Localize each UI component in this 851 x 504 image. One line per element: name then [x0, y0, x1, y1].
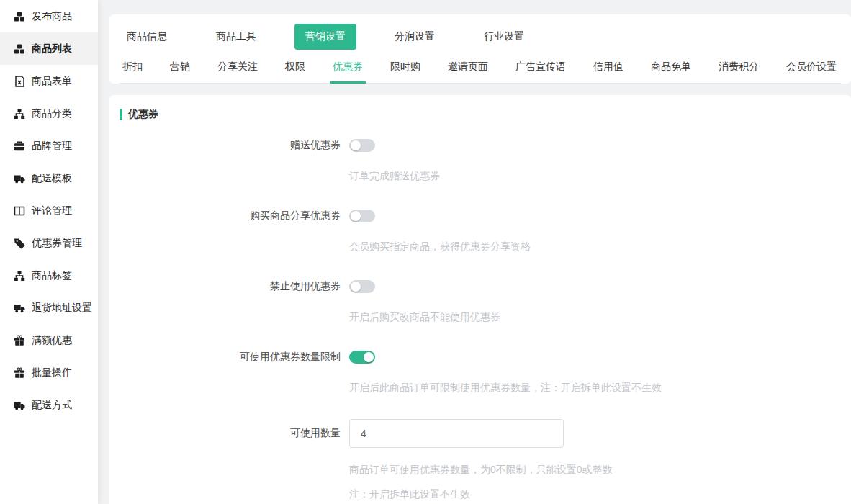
- form-control: [349, 210, 375, 222]
- form-control: [349, 351, 375, 364]
- form-row-main: 赠送优惠券: [109, 137, 851, 154]
- form-control: [349, 139, 375, 152]
- tab-4[interactable]: 分润设置: [384, 24, 446, 50]
- main-tabs: 商品信息商品工具营销设置分润设置行业设置: [109, 14, 851, 50]
- sidebar-item-label: 商品分类: [32, 107, 72, 120]
- sidebar-item[interactable]: 品牌管理: [0, 130, 98, 162]
- truck-icon: [14, 302, 25, 314]
- form-label: 禁止使用优惠券: [109, 280, 341, 293]
- tabs-card: 商品信息商品工具营销设置分润设置行业设置 折扣营销分享关注权限优惠券限时购邀请页…: [109, 14, 851, 84]
- sidebar-item[interactable]: 退货地址设置: [0, 292, 98, 324]
- form-row-main: 禁止使用优惠券: [109, 278, 851, 295]
- sidebar-item-label: 发布商品: [32, 10, 72, 23]
- section-header: 优惠券: [109, 95, 851, 121]
- form-help-text: 会员购买指定商品，获得优惠券分享资格: [349, 239, 851, 253]
- subtab-2[interactable]: 营销: [170, 60, 190, 83]
- subtab-8[interactable]: 广告宣传语: [515, 60, 566, 83]
- form-control: [349, 280, 375, 293]
- sidebar-item-label: 满额优惠: [32, 334, 72, 347]
- form-label: 赠送优惠券: [109, 139, 341, 152]
- toggle-switch-off[interactable]: [349, 210, 375, 222]
- form-help-line: 开启后购买改商品不能使用优惠券: [349, 310, 851, 324]
- subtab-5[interactable]: 优惠券: [333, 60, 363, 83]
- subtab-4[interactable]: 权限: [285, 60, 305, 83]
- subtab-1[interactable]: 折扣: [122, 60, 143, 83]
- gift-icon: [14, 335, 25, 346]
- section-accent-bar: [120, 109, 122, 120]
- cubes-icon: [14, 43, 25, 55]
- subtab-9[interactable]: 信用值: [593, 60, 623, 83]
- sidebar-item-label: 商品表单: [32, 75, 72, 88]
- form-help-line: 会员购买指定商品，获得优惠券分享资格: [349, 239, 851, 253]
- form-label: 可使用数量: [109, 427, 341, 440]
- sidebar-item[interactable]: 批量操作: [0, 356, 98, 389]
- main-area: 商品信息商品工具营销设置分润设置行业设置 折扣营销分享关注权限优惠券限时购邀请页…: [109, 0, 851, 504]
- tab-5[interactable]: 行业设置: [473, 24, 535, 50]
- form-row-main: 购买商品分享优惠券: [109, 207, 851, 225]
- truck-icon: [14, 173, 25, 184]
- section-title: 优惠券: [128, 108, 158, 121]
- form-help-line: 注：开启拆单此设置不生效: [349, 487, 851, 501]
- sidebar-item[interactable]: 商品表单: [0, 65, 98, 97]
- sidebar-item-label: 配送模板: [32, 172, 72, 185]
- form-help-line: 订单完成赠送优惠券: [349, 168, 851, 183]
- subtab-3[interactable]: 分享关注: [217, 60, 258, 83]
- sidebar-item-label: 商品标签: [32, 269, 72, 282]
- sidebar-item[interactable]: 商品标签: [0, 259, 98, 292]
- sidebar-item-label: 评论管理: [32, 204, 72, 217]
- subtab-11[interactable]: 消费积分: [719, 60, 759, 83]
- sidebar-item-label: 优惠券管理: [32, 237, 82, 250]
- tab-2[interactable]: 商品工具: [205, 24, 267, 50]
- sitemap-icon: [14, 108, 25, 120]
- subtab-10[interactable]: 商品免单: [651, 60, 691, 83]
- toggle-switch-on[interactable]: [349, 351, 375, 364]
- file-excel-icon: [14, 76, 25, 87]
- form-row-main: 可使用数量: [109, 419, 851, 448]
- sidebar-item-label: 配送方式: [32, 399, 72, 412]
- tab-3[interactable]: 营销设置: [294, 24, 356, 50]
- usable-quantity-input[interactable]: [349, 419, 564, 448]
- subtab-6[interactable]: 限时购: [390, 60, 420, 83]
- sidebar-item-label: 品牌管理: [32, 140, 72, 153]
- form-row: 可使用数量商品订单可使用优惠券数量，为0不限制，只能设置0或整数注：开启拆单此设…: [109, 419, 851, 501]
- sidebar-item[interactable]: 配送模板: [0, 162, 98, 194]
- sitemap-icon: [14, 270, 25, 282]
- sidebar-item[interactable]: 发布商品: [0, 0, 98, 32]
- sidebar-item[interactable]: 评论管理: [0, 194, 98, 227]
- subtab-7[interactable]: 邀请页面: [448, 60, 488, 83]
- form-row: 禁止使用优惠券开启后购买改商品不能使用优惠券: [109, 278, 851, 324]
- sidebar-item-label: 退货地址设置: [32, 302, 92, 315]
- sidebar-item[interactable]: 配送方式: [0, 389, 98, 421]
- subtab-12[interactable]: 会员价设置: [786, 60, 837, 83]
- sidebar-item[interactable]: 商品列表: [0, 32, 98, 65]
- form-row-main: 可使用优惠券数量限制: [109, 348, 851, 366]
- sidebar-item-label: 批量操作: [32, 366, 72, 379]
- tag-icon: [14, 238, 25, 249]
- form-help-text: 开启后此商品订单可限制使用优惠券数量，注：开启拆单此设置不生效: [349, 380, 851, 395]
- form-row: 赠送优惠券订单完成赠送优惠券: [109, 137, 851, 183]
- form-help-text: 商品订单可使用优惠券数量，为0不限制，只能设置0或整数注：开启拆单此设置不生效: [349, 462, 851, 501]
- truck-icon: [14, 400, 25, 411]
- form-label: 可使用优惠券数量限制: [109, 351, 341, 364]
- sub-tabs: 折扣营销分享关注权限优惠券限时购邀请页面广告宣传语信用值商品免单消费积分会员价设…: [120, 50, 841, 84]
- form-help-line: 开启后此商品订单可限制使用优惠券数量，注：开启拆单此设置不生效: [349, 380, 851, 395]
- tab-1[interactable]: 商品信息: [116, 24, 178, 50]
- cubes-icon: [14, 11, 25, 22]
- sidebar-item[interactable]: 商品分类: [0, 97, 98, 130]
- gift-icon: [14, 367, 25, 379]
- form-help-line: 商品订单可使用优惠券数量，为0不限制，只能设置0或整数: [349, 462, 851, 477]
- toggle-switch-off[interactable]: [349, 280, 375, 293]
- form-control: [349, 419, 564, 448]
- form-row: 购买商品分享优惠券会员购买指定商品，获得优惠券分享资格: [109, 207, 851, 253]
- briefcase-icon: [14, 140, 25, 152]
- sidebar-item-label: 商品列表: [32, 42, 72, 55]
- sidebar-item[interactable]: 满额优惠: [0, 324, 98, 356]
- form-help-text: 订单完成赠送优惠券: [349, 168, 851, 183]
- content-card: 优惠券 赠送优惠券订单完成赠送优惠券购买商品分享优惠券会员购买指定商品，获得优惠…: [109, 95, 851, 504]
- sidebar: 发布商品商品列表商品表单商品分类品牌管理配送模板评论管理优惠券管理商品标签退货地…: [0, 0, 98, 504]
- toggle-switch-off[interactable]: [349, 139, 375, 152]
- sidebar-item[interactable]: 优惠券管理: [0, 227, 98, 259]
- coupon-settings-form: 赠送优惠券订单完成赠送优惠券购买商品分享优惠券会员购买指定商品，获得优惠券分享资…: [109, 137, 851, 501]
- columns-icon: [14, 205, 25, 217]
- form-help-text: 开启后购买改商品不能使用优惠券: [349, 310, 851, 324]
